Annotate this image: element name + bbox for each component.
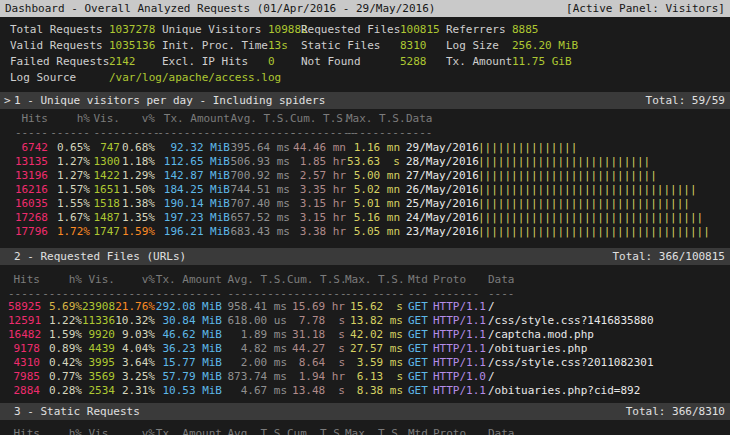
- summary-value: /var/log/apache/access.log: [109, 70, 162, 86]
- cell-hits: 17268: [8, 211, 48, 225]
- cell-method-dashes: ---: [408, 287, 433, 301]
- cell-visitors-pct: 2.31%: [115, 384, 155, 398]
- cell-data: 28/May/2016: [406, 155, 478, 169]
- cell-max-ts: 1.16 mn: [346, 141, 400, 155]
- cell-cum-ts: 15.69 hr: [287, 300, 345, 314]
- panel-header[interactable]: >1 - Unique visitors per day - Including…: [0, 92, 730, 109]
- cell-data: /obituaries.php?cid=892: [488, 384, 640, 398]
- cell-data: /: [488, 370, 495, 384]
- summary-label: Excl. IP Hits: [162, 54, 268, 70]
- cell-hits-pct-dashes: ------: [48, 126, 90, 140]
- cell-hits: 6742: [8, 141, 48, 155]
- cell-avg-ts: 4.67 ms: [222, 384, 287, 398]
- cell-hits-pct: 1.27%: [48, 155, 90, 169]
- cell-protocol: HTTP/1.1: [433, 356, 486, 370]
- cell-visitors-pct: 3.25%: [115, 370, 155, 384]
- cell-hits-pct-header: h%: [48, 112, 90, 126]
- cell-visitors-pct: 0.68%: [120, 141, 155, 155]
- cell-method-header: Mtd: [408, 427, 433, 435]
- summary-row: Total Requests1037278Unique Visitors1098…: [10, 22, 730, 38]
- cell-protocol: HTTP/1.0: [433, 370, 486, 384]
- cell-visitors-dashes: ----: [90, 126, 120, 140]
- table-row[interactable]: 67420.65%7470.68%92.32 MiB395.64 ms44.46…: [0, 141, 730, 155]
- cell-cum-ts: 7.78 s: [287, 314, 345, 328]
- cell-protocol: HTTP/1.1: [433, 314, 486, 328]
- summary-value: 1037278: [109, 22, 162, 38]
- table-row[interactable]: 589255.69%2390821.76%292.08 MiB958.41 ms…: [0, 300, 730, 314]
- cell-cum-ts: 3.35 hr: [290, 183, 346, 197]
- cell-hits-pct: 0.65%: [48, 141, 90, 155]
- cell-hits-pct: 1.67%: [48, 211, 90, 225]
- summary-value: 1035136: [109, 38, 162, 54]
- summary-value: 8885: [512, 22, 539, 38]
- summary-label: Requested Files: [301, 22, 400, 38]
- cell-max-ts: 3.59 ms: [345, 356, 403, 370]
- cell-data: 27/May/2016: [406, 169, 478, 183]
- cell-cum-ts-dashes: ---------: [287, 287, 345, 301]
- summary-value: 0: [268, 54, 301, 70]
- cell-hits-pct: 1.57%: [48, 183, 90, 197]
- cell-visitors-pct: 4.04%: [115, 342, 155, 356]
- panel-title: 3 - Static Requests: [14, 403, 140, 420]
- cell-visitors: 23908: [82, 300, 115, 314]
- activity-bar: ||||||||||||||||||||||||||||||||||: [478, 211, 703, 225]
- table-row[interactable]: 131961.27%14221.29%142.87 MiB700.92 ms2.…: [0, 169, 730, 183]
- cell-max-ts: 53.63 s: [346, 155, 400, 169]
- table-row[interactable]: 28840.28%25342.31%10.53 MiB4.67 ms13.48 …: [0, 384, 730, 398]
- summary-value: 256.20 MiB: [512, 38, 578, 54]
- table-row[interactable]: 91780.89%44394.04%36.23 MiB4.82 ms44.27 …: [0, 342, 730, 356]
- panel-total: Total: 366/100815: [612, 248, 725, 265]
- cell-visitors: 3995: [82, 356, 115, 370]
- summary-row: Valid Requests1035136Init. Proc. Time13s…: [10, 38, 730, 54]
- cell-cum-ts-header: Cum. T.S.: [287, 273, 345, 287]
- cell-avg-ts: 707.40 ms: [230, 197, 290, 211]
- panel-total: Total: 59/59: [646, 92, 725, 109]
- table-row[interactable]: 125911.22%1133610.32%30.84 MiB618.00 us7…: [0, 314, 730, 328]
- cell-visitors-pct: 1.35%: [120, 211, 155, 225]
- table-row[interactable]: 131351.27%13001.18%112.65 MiB506.93 ms1.…: [0, 155, 730, 169]
- summary-label: Static Files: [301, 38, 400, 54]
- table-row[interactable]: 164821.59%99209.03%46.62 MiB1.89 ms31.18…: [0, 328, 730, 342]
- active-panel-indicator: [Active Panel: Visitors]: [566, 0, 725, 17]
- cell-max-ts: 5.01 mn: [346, 197, 400, 211]
- cell-data: 26/May/2016: [406, 183, 478, 197]
- cell-protocol: HTTP/1.1: [433, 342, 486, 356]
- cell-tx-amount: 292.08 MiB: [155, 300, 222, 314]
- cell-hits-pct: 1.72%: [48, 225, 90, 239]
- cell-data: /css/style.css?2011082301: [488, 356, 654, 370]
- cell-protocol-header: Proto: [433, 273, 486, 287]
- title-bar: Dashboard - Overall Analyzed Requests (0…: [0, 0, 730, 17]
- cell-cum-ts-dashes: ----------: [290, 126, 346, 140]
- cell-cum-ts: 13.48 s: [287, 384, 345, 398]
- table-row[interactable]: 79850.77%35693.25%57.79 MiB873.74 ms1.94…: [0, 370, 730, 384]
- table-row[interactable]: 160351.55%15181.38%190.14 MiB707.40 ms3.…: [0, 197, 730, 211]
- cell-max-ts: 42.02 ms: [345, 328, 403, 342]
- summary-row: Log Source/var/log/apache/access.log: [10, 70, 730, 86]
- cell-tx-amount-header: Tx. Amount: [155, 427, 222, 435]
- cell-tx-amount: 142.87 MiB: [155, 169, 230, 183]
- cell-hits-pct: 1.22%: [40, 314, 82, 328]
- cell-hits-pct: 0.42%: [40, 356, 82, 370]
- summary-value: 8310: [400, 38, 446, 54]
- table-row[interactable]: 172681.67%14871.35%197.23 MiB657.52 ms3.…: [0, 211, 730, 225]
- cell-method: GET: [408, 384, 433, 398]
- cell-protocol: HTTP/1.1: [433, 300, 486, 314]
- panel-header[interactable]: 2 - Requested Files (URLs)Total: 366/100…: [0, 248, 730, 265]
- table-row[interactable]: 177961.72%17471.59%196.21 MiB683.43 ms3.…: [0, 225, 730, 239]
- cell-avg-ts-header: Avg. T.S.: [222, 273, 287, 287]
- cell-tx-amount: 46.62 MiB: [155, 328, 222, 342]
- cell-visitors: 9920: [82, 328, 115, 342]
- summary-value: 109882: [268, 22, 301, 38]
- cell-data-header: Data: [488, 273, 515, 287]
- cell-tx-amount-dashes: ----------: [155, 287, 222, 301]
- cell-avg-ts: 618.00 us: [222, 314, 287, 328]
- cell-cum-ts: 8.64 s: [287, 356, 345, 370]
- panel-header[interactable]: 3 - Static RequestsTotal: 366/8310: [0, 403, 730, 420]
- table-row[interactable]: 43100.42%39953.64%15.77 MiB2.00 ms8.64 s…: [0, 356, 730, 370]
- cell-avg-ts: 2.00 ms: [222, 356, 287, 370]
- table-row[interactable]: 162161.57%16511.50%184.25 MiB744.51 ms3.…: [0, 183, 730, 197]
- summary-overview: Total Requests1037278Unique Visitors1098…: [10, 22, 730, 86]
- active-panel-marker: [4, 248, 14, 265]
- cell-avg-ts: 744.51 ms: [230, 183, 290, 197]
- summary-row: Failed Requests2142Excl. IP Hits0Not Fou…: [10, 54, 730, 70]
